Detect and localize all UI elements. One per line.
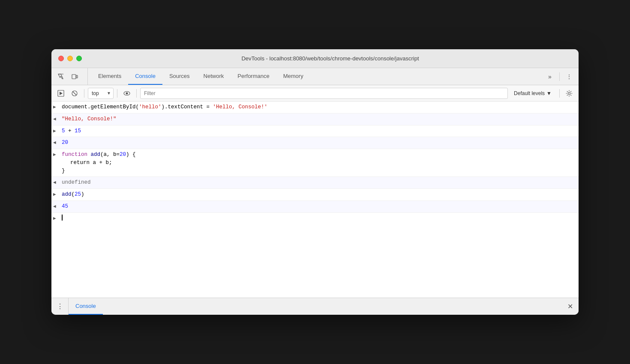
- entry-arrow-left-2: ◀: [53, 139, 62, 146]
- bottom-bar: ⋮ Console ✕: [51, 298, 579, 315]
- svg-line-5: [73, 92, 76, 95]
- console-input-line[interactable]: [62, 215, 575, 221]
- device-toolbar-icon[interactable]: [69, 71, 81, 83]
- tab-bar: Elements Console Sources Network Perform…: [51, 68, 579, 85]
- levels-dropdown-icon: ▼: [546, 90, 552, 96]
- entry-content-5: function add(a, b=20) { return a + b; }: [62, 151, 575, 175]
- console-toolbar: top ▼ Default levels ▼: [51, 85, 579, 101]
- entry-content-6: undefined: [62, 179, 575, 187]
- devtools-window: DevTools - localhost:8080/web/tools/chro…: [51, 49, 579, 315]
- context-select-wrapper: top ▼: [88, 88, 114, 99]
- context-select[interactable]: top: [88, 88, 114, 99]
- tab-left-icons: [55, 68, 88, 85]
- tab-right-icons: » ⋮: [544, 68, 575, 85]
- title-bar: DevTools - localhost:8080/web/tools/chro…: [51, 49, 579, 68]
- entry-arrow-right-3: ▶: [53, 151, 62, 158]
- console-entry-cursor[interactable]: ▶: [51, 213, 579, 224]
- bottom-close-button[interactable]: ✕: [561, 298, 579, 315]
- console-entry-3: ▶ 5 + 15: [51, 125, 579, 137]
- code-line-1: function add(a, b=20) {: [62, 151, 575, 159]
- tab-items: Elements Console Sources Network Perform…: [91, 68, 544, 85]
- entry-arrow-right-5: ▶: [53, 215, 62, 222]
- console-entry-8: ◀ 45: [51, 201, 579, 213]
- code-line-3: }: [62, 167, 575, 175]
- entry-content-8: 45: [62, 203, 575, 211]
- toolbar-divider-3: [136, 89, 137, 98]
- svg-point-7: [126, 92, 128, 94]
- divider: [559, 72, 560, 81]
- svg-rect-0: [72, 75, 76, 79]
- svg-point-8: [568, 92, 570, 94]
- entry-arrow-left-1: ◀: [53, 115, 62, 123]
- code-line-2: return a + b;: [62, 159, 575, 167]
- entry-arrow-left-4: ◀: [53, 203, 62, 210]
- tab-network[interactable]: Network: [197, 68, 231, 85]
- toolbar-divider-2: [117, 89, 117, 98]
- window-title: DevTools - localhost:8080/web/tools/chro…: [89, 55, 572, 62]
- toolbar-divider-1: [84, 89, 84, 98]
- console-entry-1: ▶ document.getElementById('hello').textC…: [51, 101, 579, 113]
- eye-icon[interactable]: [121, 87, 133, 99]
- entry-arrow-right-4: ▶: [53, 191, 62, 198]
- close-button[interactable]: [58, 56, 64, 61]
- svg-rect-1: [76, 75, 78, 78]
- console-entry-7: ▶ add(25): [51, 189, 579, 201]
- bottom-console-tab[interactable]: Console: [69, 298, 103, 315]
- entry-content-1: document.getElementById('hello').textCon…: [62, 103, 575, 111]
- console-output[interactable]: ▶ document.getElementById('hello').textC…: [51, 101, 579, 298]
- tab-memory[interactable]: Memory: [276, 68, 310, 85]
- entry-arrow-right-2: ▶: [53, 127, 62, 135]
- console-entry-5: ▶ function add(a, b=20) { return a + b; …: [51, 149, 579, 177]
- tab-console[interactable]: Console: [128, 68, 162, 85]
- minimize-button[interactable]: [67, 56, 73, 61]
- settings-icon[interactable]: [563, 87, 575, 99]
- maximize-button[interactable]: [76, 56, 82, 61]
- tab-sources[interactable]: Sources: [162, 68, 197, 85]
- clear-console-icon[interactable]: [69, 87, 81, 99]
- entry-content-7: add(25): [62, 191, 575, 199]
- default-levels-button[interactable]: Default levels ▼: [510, 89, 556, 98]
- console-entry-2: ◀ "Hello, Console!": [51, 113, 579, 125]
- entry-content-4: 20: [62, 139, 575, 147]
- entry-content-2: "Hello, Console!": [62, 115, 575, 123]
- bottom-dots-button[interactable]: ⋮: [51, 298, 69, 315]
- tab-performance[interactable]: Performance: [231, 68, 276, 85]
- console-entry-6: ◀ undefined: [51, 177, 579, 189]
- cursor-blink: [62, 215, 63, 221]
- entry-arrow-left-3: ◀: [53, 179, 62, 186]
- entry-content-3: 5 + 15: [62, 127, 575, 135]
- console-entry-4: ◀ 20: [51, 137, 579, 149]
- more-options-button[interactable]: ⋮: [563, 71, 575, 83]
- execute-script-icon[interactable]: [55, 87, 67, 99]
- tab-elements[interactable]: Elements: [91, 68, 128, 85]
- more-tabs-button[interactable]: »: [544, 71, 556, 83]
- filter-input[interactable]: [140, 88, 508, 99]
- svg-marker-3: [60, 92, 63, 95]
- entry-arrow-right: ▶: [53, 103, 62, 111]
- inspect-element-icon[interactable]: [55, 71, 67, 83]
- toolbar-divider-4: [559, 89, 560, 98]
- traffic-lights: [58, 56, 82, 61]
